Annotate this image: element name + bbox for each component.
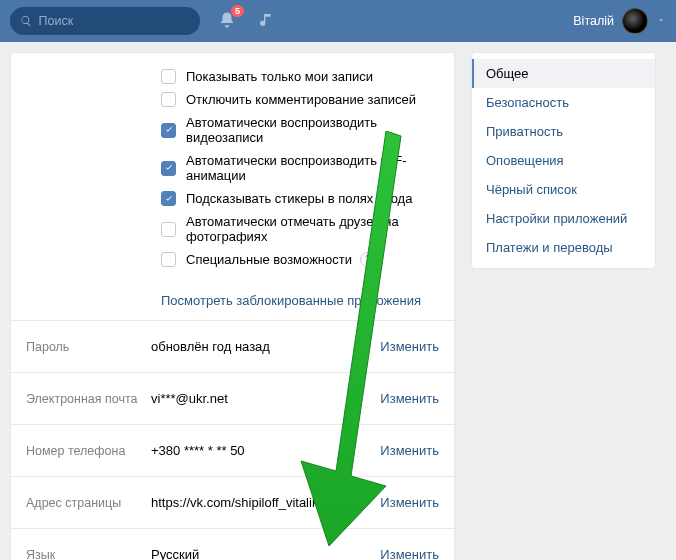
checkbox-list: Показывать только мои записиОтключить ко… (11, 53, 454, 285)
checkbox[interactable] (161, 191, 176, 206)
music-button[interactable] (258, 12, 274, 31)
sidebar-item[interactable]: Безопасность (472, 88, 655, 117)
value-language: Русский (151, 547, 380, 560)
checkbox[interactable] (161, 252, 176, 267)
row-phone: Номер телефона +380 **** * ** 50 Изменит… (11, 424, 454, 476)
label-password: Пароль (26, 340, 151, 354)
settings-panel: Показывать только мои записиОтключить ко… (10, 52, 455, 560)
checkbox-label: Автоматически воспроизводить видеозаписи (186, 115, 454, 145)
user-menu[interactable]: Віталій (573, 8, 666, 34)
checkbox[interactable] (161, 123, 176, 138)
checkbox-label: Показывать только мои записи (186, 69, 373, 84)
change-phone[interactable]: Изменить (380, 443, 439, 458)
checkbox-row[interactable]: Автоматически отмечать друзей на фотогра… (11, 210, 454, 248)
search-icon (20, 14, 32, 28)
sidebar-item[interactable]: Приватность (472, 117, 655, 146)
checkbox[interactable] (161, 161, 176, 176)
music-icon (258, 12, 274, 28)
row-address: Адрес страницы https://vk.com/shipiloff_… (11, 476, 454, 528)
notif-badge: 5 (231, 5, 244, 17)
topbar: 5 Віталій (0, 0, 676, 42)
checkbox-label: Специальные возможности (186, 252, 352, 267)
user-name: Віталій (573, 14, 614, 28)
checkbox-row[interactable]: Специальные возможности? (11, 248, 454, 271)
value-password: обновлён год назад (151, 339, 380, 354)
checkbox-row[interactable]: Автоматически воспроизводить GIF-анимаци… (11, 149, 454, 187)
change-email[interactable]: Изменить (380, 391, 439, 406)
settings-sidebar: ОбщееБезопасностьПриватностьОповещенияЧё… (471, 52, 656, 269)
label-email: Электронная почта (26, 392, 151, 406)
row-password: Пароль обновлён год назад Изменить (11, 320, 454, 372)
search-box[interactable] (10, 7, 200, 35)
checkbox-label: Подсказывать стикеры в полях ввода (186, 191, 412, 206)
checkbox[interactable] (161, 92, 176, 107)
change-address[interactable]: Изменить (380, 495, 439, 510)
row-language: Язык Русский Изменить (11, 528, 454, 560)
help-icon[interactable]: ? (360, 252, 375, 267)
sidebar-item[interactable]: Общее (472, 59, 655, 88)
checkbox-row[interactable]: Подсказывать стикеры в полях ввода (11, 187, 454, 210)
value-address: https://vk.com/shipiloff_vitalik (151, 495, 380, 510)
checkbox-label: Автоматически воспроизводить GIF-анимаци… (186, 153, 454, 183)
value-email: vi***@ukr.net (151, 391, 380, 406)
checkbox-row[interactable]: Показывать только мои записи (11, 65, 454, 88)
label-language: Язык (26, 548, 151, 561)
change-password[interactable]: Изменить (380, 339, 439, 354)
checkbox-label: Отключить комментирование записей (186, 92, 416, 107)
change-language[interactable]: Изменить (380, 547, 439, 560)
label-address: Адрес страницы (26, 496, 151, 510)
search-input[interactable] (38, 14, 190, 28)
checkbox[interactable] (161, 222, 176, 237)
checkbox-row[interactable]: Отключить комментирование записей (11, 88, 454, 111)
blocked-apps-link[interactable]: Посмотреть заблокированные приложения (161, 293, 421, 308)
chevron-down-icon (656, 14, 666, 28)
sidebar-item[interactable]: Оповещения (472, 146, 655, 175)
label-phone: Номер телефона (26, 444, 151, 458)
value-phone: +380 **** * ** 50 (151, 443, 380, 458)
avatar (622, 8, 648, 34)
row-email: Электронная почта vi***@ukr.net Изменить (11, 372, 454, 424)
checkbox[interactable] (161, 69, 176, 84)
sidebar-item[interactable]: Платежи и переводы (472, 233, 655, 262)
checkbox-label: Автоматически отмечать друзей на фотогра… (186, 214, 454, 244)
sidebar-item[interactable]: Чёрный список (472, 175, 655, 204)
checkbox-row[interactable]: Автоматически воспроизводить видеозаписи (11, 111, 454, 149)
sidebar-item[interactable]: Настройки приложений (472, 204, 655, 233)
notifications-button[interactable]: 5 (218, 11, 236, 32)
